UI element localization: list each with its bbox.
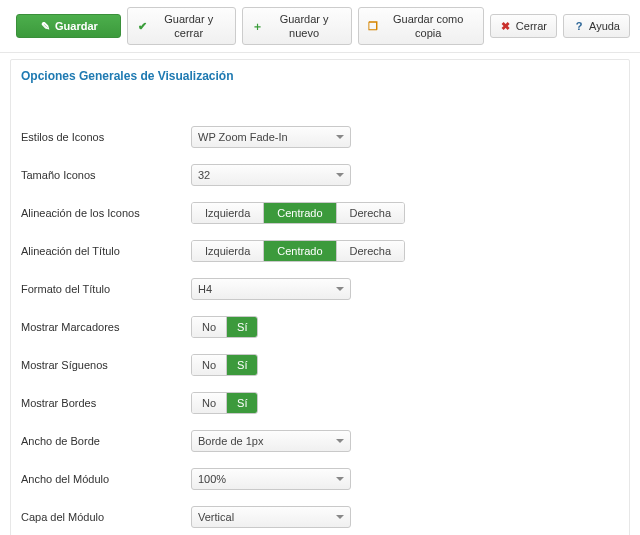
select-module-layer-value: Vertical bbox=[198, 511, 234, 523]
label-module-w: Ancho del Módulo bbox=[21, 473, 191, 485]
row-icon-style: Estilos de Iconos WP Zoom Fade-In bbox=[21, 126, 619, 148]
seg-title-align: Izquierda Centrado Derecha bbox=[191, 240, 405, 262]
general-options-body: Estilos de Iconos WP Zoom Fade-In Tamaño… bbox=[11, 92, 629, 535]
close-icon: ✖ bbox=[500, 19, 512, 33]
label-icon-style: Estilos de Iconos bbox=[21, 131, 191, 143]
row-title-fmt: Formato del Título H4 bbox=[21, 278, 619, 300]
save-icon: ✎ bbox=[39, 19, 51, 33]
icon-align-left[interactable]: Izquierda bbox=[192, 203, 263, 223]
row-icon-size: Tamaño Iconos 32 bbox=[21, 164, 619, 186]
row-icon-align: Alineación de los Iconos Izquierda Centr… bbox=[21, 202, 619, 224]
title-align-center[interactable]: Centrado bbox=[263, 241, 335, 261]
check-icon: ✔ bbox=[137, 19, 148, 33]
row-bookmarks: Mostrar Marcadores No Sí bbox=[21, 316, 619, 338]
select-icon-style[interactable]: WP Zoom Fade-In bbox=[191, 126, 351, 148]
help-label: Ayuda bbox=[589, 19, 620, 33]
seg-borders: No Sí bbox=[191, 392, 258, 414]
icon-align-right[interactable]: Derecha bbox=[336, 203, 405, 223]
save-copy-label: Guardar como copia bbox=[383, 12, 474, 40]
close-button[interactable]: ✖ Cerrar bbox=[490, 14, 557, 38]
row-module-w: Ancho del Módulo 100% bbox=[21, 468, 619, 490]
seg-followus: No Sí bbox=[191, 354, 258, 376]
save-label: Guardar bbox=[55, 19, 98, 33]
row-module-layer: Capa del Módulo Vertical bbox=[21, 506, 619, 528]
general-options-panel: Opciones Generales de Visualización Esti… bbox=[10, 59, 630, 535]
copy-icon: ❐ bbox=[368, 19, 379, 33]
followus-yes[interactable]: Sí bbox=[226, 355, 257, 375]
label-icon-align: Alineación de los Iconos bbox=[21, 207, 191, 219]
help-button[interactable]: ? Ayuda bbox=[563, 14, 630, 38]
select-border-w-value: Borde de 1px bbox=[198, 435, 263, 447]
select-module-layer[interactable]: Vertical bbox=[191, 506, 351, 528]
select-title-fmt-value: H4 bbox=[198, 283, 212, 295]
label-bookmarks: Mostrar Marcadores bbox=[21, 321, 191, 333]
plus-icon: ＋ bbox=[252, 19, 263, 33]
select-icon-size[interactable]: 32 bbox=[191, 164, 351, 186]
select-title-fmt[interactable]: H4 bbox=[191, 278, 351, 300]
row-followus: Mostrar Síguenos No Sí bbox=[21, 354, 619, 376]
row-borders: Mostrar Bordes No Sí bbox=[21, 392, 619, 414]
title-align-left[interactable]: Izquierda bbox=[192, 241, 263, 261]
save-new-button[interactable]: ＋ Guardar y nuevo bbox=[242, 7, 352, 45]
save-new-label: Guardar y nuevo bbox=[267, 12, 342, 40]
title-align-right[interactable]: Derecha bbox=[336, 241, 405, 261]
bookmarks-yes[interactable]: Sí bbox=[226, 317, 257, 337]
close-label: Cerrar bbox=[516, 19, 547, 33]
label-followus: Mostrar Síguenos bbox=[21, 359, 191, 371]
save-close-button[interactable]: ✔ Guardar y cerrar bbox=[127, 7, 236, 45]
label-title-align: Alineación del Título bbox=[21, 245, 191, 257]
row-border-w: Ancho de Borde Borde de 1px bbox=[21, 430, 619, 452]
seg-bookmarks: No Sí bbox=[191, 316, 258, 338]
label-module-layer: Capa del Módulo bbox=[21, 511, 191, 523]
borders-no[interactable]: No bbox=[192, 393, 226, 413]
save-copy-button[interactable]: ❐ Guardar como copia bbox=[358, 7, 484, 45]
help-icon: ? bbox=[573, 19, 585, 33]
select-border-w[interactable]: Borde de 1px bbox=[191, 430, 351, 452]
toolbar: ✎ Guardar ✔ Guardar y cerrar ＋ Guardar y… bbox=[0, 0, 640, 53]
select-icon-size-value: 32 bbox=[198, 169, 210, 181]
borders-yes[interactable]: Sí bbox=[226, 393, 257, 413]
bookmarks-no[interactable]: No bbox=[192, 317, 226, 337]
label-borders: Mostrar Bordes bbox=[21, 397, 191, 409]
label-title-fmt: Formato del Título bbox=[21, 283, 191, 295]
save-close-label: Guardar y cerrar bbox=[152, 12, 226, 40]
label-icon-size: Tamaño Iconos bbox=[21, 169, 191, 181]
select-module-w[interactable]: 100% bbox=[191, 468, 351, 490]
row-title-align: Alineación del Título Izquierda Centrado… bbox=[21, 240, 619, 262]
followus-no[interactable]: No bbox=[192, 355, 226, 375]
seg-icon-align: Izquierda Centrado Derecha bbox=[191, 202, 405, 224]
label-border-w: Ancho de Borde bbox=[21, 435, 191, 447]
select-icon-style-value: WP Zoom Fade-In bbox=[198, 131, 288, 143]
select-module-w-value: 100% bbox=[198, 473, 226, 485]
save-button[interactable]: ✎ Guardar bbox=[16, 14, 121, 38]
general-options-title: Opciones Generales de Visualización bbox=[11, 60, 629, 92]
icon-align-center[interactable]: Centrado bbox=[263, 203, 335, 223]
